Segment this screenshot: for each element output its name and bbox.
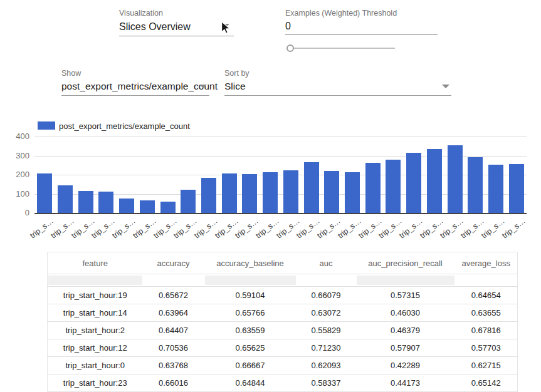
bar[interactable]: [427, 149, 442, 213]
bar[interactable]: [222, 173, 237, 213]
bar[interactable]: [140, 200, 155, 213]
legend-label: post_export_metrics/example_count: [59, 121, 190, 131]
column-header-average_loss[interactable]: average_loss: [455, 252, 518, 274]
metric-cell: 0.63559: [204, 322, 297, 339]
table-row[interactable]: trip_start_hour:140.639640.657660.630720…: [48, 304, 518, 322]
metric-cell: 0.71230: [297, 339, 356, 357]
bar[interactable]: [324, 171, 339, 213]
table-row[interactable]: trip_start_hour:20.644070.635590.558290.…: [48, 322, 518, 339]
metric-cell: 0.65672: [143, 287, 204, 304]
metric-cell: 0.46379: [356, 322, 455, 339]
metric-cell: 0.58337: [297, 374, 356, 392]
grid-line: [34, 137, 527, 137]
threshold-input[interactable]: 0: [285, 21, 291, 32]
bar[interactable]: [406, 153, 421, 213]
metric-cell: 0.64844: [204, 374, 297, 392]
metric-cell: 0.63964: [143, 304, 204, 322]
threshold-slider-thumb[interactable]: [286, 44, 294, 52]
table-row[interactable]: trip_start_hour:230.660160.648440.583370…: [48, 374, 518, 392]
table-row[interactable]: trip_start_hour:120.705360.656250.712300…: [48, 339, 518, 357]
x-axis-label: trip_s…: [192, 217, 219, 240]
x-axis-label: trip_s…: [480, 217, 507, 240]
metric-cell: 0.44173: [356, 374, 455, 392]
column-header-auc_precision_recall[interactable]: auc_precision_recall: [356, 252, 455, 274]
feature-cell: trip_start_hour:2: [48, 322, 143, 339]
y-axis-label: 300: [9, 151, 29, 160]
filter-input[interactable]: [297, 276, 355, 285]
metric-cell: 0.65142: [455, 374, 518, 392]
bar[interactable]: [509, 164, 524, 213]
metric-cell: 0.57703: [455, 339, 518, 357]
bar[interactable]: [468, 157, 483, 213]
metric-cell: 0.66016: [143, 374, 204, 392]
metric-cell: 0.65766: [204, 304, 297, 322]
sort-by-label: Sort by: [224, 69, 249, 78]
metric-cell: 0.66667: [204, 357, 297, 374]
table-row[interactable]: trip_start_hour:190.656720.591040.660790…: [48, 287, 518, 304]
chevron-down-icon[interactable]: [199, 85, 207, 88]
bar[interactable]: [78, 191, 93, 213]
metric-cell: 0.62093: [297, 357, 356, 374]
bar[interactable]: [58, 185, 73, 213]
sort-underline: [224, 95, 451, 96]
column-header-auc[interactable]: auc: [297, 252, 356, 274]
show-dropdown[interactable]: post_export_metrics/example_count: [61, 81, 218, 92]
metric-cell: 0.55829: [297, 322, 356, 339]
column-header-accuracy[interactable]: accuracy: [143, 252, 204, 274]
bar[interactable]: [37, 173, 52, 213]
metric-cell: 0.63768: [143, 357, 204, 374]
legend-swatch: [38, 121, 55, 130]
table-row[interactable]: trip_start_hour:00.637680.666670.620930.…: [48, 357, 518, 374]
show-underline: [61, 95, 209, 96]
x-axis-label: trip_s…: [336, 217, 363, 240]
filter-input[interactable]: [48, 276, 142, 285]
feature-cell: trip_start_hour:12: [48, 339, 143, 357]
y-axis-label: 400: [9, 132, 29, 141]
column-header-accuracy_baseline[interactable]: accuracy_baseline: [204, 252, 297, 274]
bar[interactable]: [119, 199, 134, 213]
metric-cell: 0.70536: [143, 339, 204, 357]
metric-cell: 0.64407: [143, 322, 204, 339]
chevron-down-icon[interactable]: [442, 85, 449, 88]
y-axis-label: 200: [9, 170, 29, 179]
filter-input[interactable]: [456, 276, 517, 285]
filter-input[interactable]: [144, 276, 204, 285]
visualization-dropdown[interactable]: Slices Overview: [119, 21, 191, 33]
sort-by-dropdown[interactable]: Slice: [224, 81, 246, 92]
slicing-metrics-browser: Visualization Slices Overview Examples (…: [0, 0, 541, 392]
column-header-feature[interactable]: feature: [48, 252, 143, 274]
visualization-underline: [119, 36, 234, 36]
bar[interactable]: [345, 172, 360, 213]
metric-cell: 0.62715: [455, 357, 518, 374]
y-axis-label: 100: [9, 189, 29, 199]
metric-cell: 0.64654: [455, 287, 518, 304]
threshold-slider-track[interactable]: [290, 48, 395, 49]
bar[interactable]: [488, 165, 503, 213]
bar[interactable]: [160, 202, 176, 213]
bar[interactable]: [283, 170, 298, 213]
bar[interactable]: [201, 178, 216, 213]
bar[interactable]: [98, 192, 113, 213]
bar[interactable]: [386, 160, 401, 213]
bar[interactable]: [181, 190, 196, 213]
bar[interactable]: [365, 163, 381, 213]
threshold-label: Examples (Weighted) Threshold: [285, 9, 397, 18]
bar[interactable]: [304, 162, 319, 213]
y-axis-label: 0: [9, 208, 29, 217]
filter-input[interactable]: [357, 276, 454, 285]
bar[interactable]: [263, 172, 278, 213]
metric-cell: 0.57315: [356, 287, 455, 304]
x-axis-label: trip_s…: [131, 217, 158, 240]
metrics-table: featureaccuracyaccuracy_baselineaucauc_p…: [47, 252, 517, 392]
visualization-label: Visualization: [119, 9, 163, 18]
metric-cell: 0.42289: [356, 357, 455, 374]
bar[interactable]: [242, 174, 257, 213]
filter-input[interactable]: [205, 276, 296, 285]
metric-cell: 0.67816: [455, 322, 518, 339]
threshold-underline: [285, 34, 438, 35]
mouse-cursor-icon: [218, 20, 233, 35]
metric-cell: 0.59104: [204, 287, 297, 304]
feature-cell: trip_start_hour:0: [48, 357, 143, 374]
metric-cell: 0.65625: [204, 339, 297, 357]
bar[interactable]: [448, 145, 463, 213]
